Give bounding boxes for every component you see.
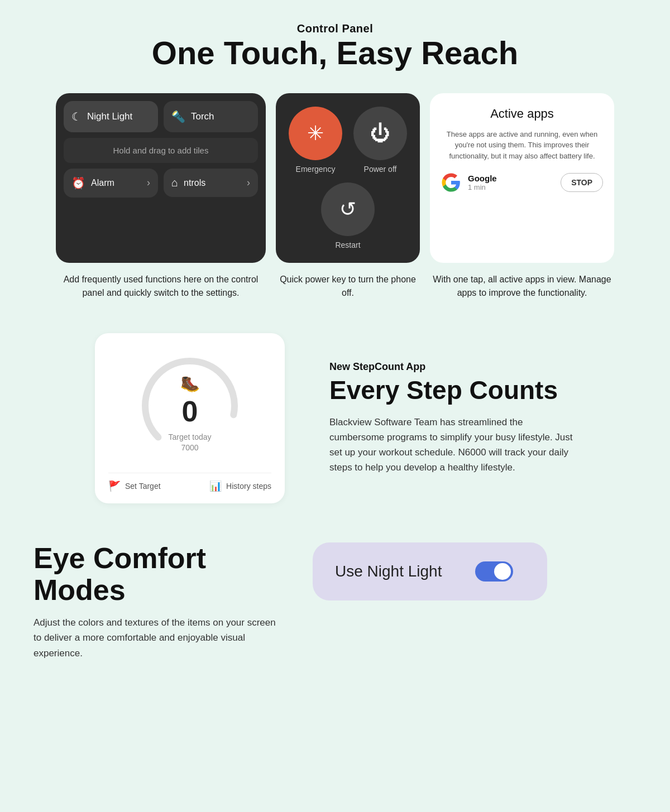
- restart-icon: ↺: [339, 198, 356, 221]
- active-apps-panel: Active apps These apps are active and ru…: [430, 93, 614, 263]
- app-time: 1 min: [468, 183, 554, 191]
- step-shoe-icon: 🥾: [180, 374, 200, 393]
- header-subtitle: Control Panel: [11, 22, 659, 35]
- night-light-label: Night Light: [87, 111, 132, 122]
- emergency-icon: ✳: [307, 122, 324, 145]
- restart-button[interactable]: ↺ Restart: [321, 182, 375, 249]
- add-tiles-label: Hold and drag to add tiles: [113, 146, 209, 155]
- google-icon: [441, 172, 461, 193]
- history-steps-button[interactable]: 📊 History steps: [209, 480, 271, 492]
- home-arrow-icon: ›: [247, 177, 250, 189]
- eye-text: Eye Comfort Modes Adjust the colors and …: [34, 542, 279, 661]
- poweroff-icon: ⏻: [370, 122, 390, 145]
- stepcount-section: 🥾 0 Target today 7000 🚩 Set Target 📊 His…: [0, 316, 670, 520]
- eye-comfort-section: Eye Comfort Modes Adjust the colors and …: [0, 520, 670, 694]
- night-light-card-label: Use Night Light: [335, 563, 442, 580]
- alarm-tile[interactable]: ⏰ Alarm ›: [64, 169, 158, 198]
- power-panel: ✳ Emergency ⏻ Power off ↺ Restart: [276, 93, 420, 263]
- step-arc-container: 🥾 0 Target today 7000: [134, 350, 246, 462]
- torch-label: Torch: [191, 111, 214, 122]
- alarm-icon: ⏰: [71, 176, 85, 190]
- restart-circle[interactable]: ↺: [321, 182, 375, 236]
- caption-active-apps: With one tap, all active apps in view. M…: [430, 273, 614, 300]
- eye-comfort-description: Adjust the colors and textures of the it…: [34, 615, 279, 661]
- home-icon: ⌂: [171, 176, 178, 189]
- stepcount-card: 🥾 0 Target today 7000 🚩 Set Target 📊 His…: [95, 333, 285, 503]
- stepcount-subtitle: New StepCount App: [329, 361, 575, 373]
- toggle-knob: [494, 563, 511, 580]
- poweroff-label: Power off: [364, 165, 397, 174]
- app-row: Google 1 min STOP: [441, 172, 603, 193]
- set-target-label: Set Target: [125, 482, 161, 491]
- stepcount-text: New StepCount App Every Step Counts Blac…: [329, 361, 575, 475]
- history-icon: 📊: [209, 480, 222, 492]
- night-light-tile[interactable]: ☾ Night Light: [64, 101, 158, 132]
- power-top-row: ✳ Emergency ⏻ Power off: [289, 107, 407, 174]
- active-apps-title: Active apps: [441, 107, 603, 121]
- captions-row: Add frequently used functions here on th…: [0, 263, 670, 316]
- stepcount-description: Blackview Software Team has streamlined …: [329, 415, 575, 475]
- night-light-card: Use Night Light: [313, 542, 547, 600]
- home-controls-label: ntrols: [184, 178, 205, 188]
- stepcount-title: Every Step Counts: [329, 376, 575, 405]
- add-tiles-row[interactable]: Hold and drag to add tiles: [64, 138, 258, 163]
- alarm-arrow-icon: ›: [147, 177, 150, 189]
- control-tiles-panel: ☾ Night Light 🔦 Torch Hold and drag to a…: [56, 93, 266, 263]
- header-title: One Touch, Easy Reach: [11, 35, 659, 71]
- caption-control-panel: Add frequently used functions here on th…: [56, 273, 266, 300]
- poweroff-circle[interactable]: ⏻: [353, 107, 407, 160]
- home-controls-tile[interactable]: ⌂ ntrols ›: [164, 169, 258, 197]
- emergency-button[interactable]: ✳ Emergency: [289, 107, 342, 174]
- eye-content: Eye Comfort Modes Adjust the colors and …: [34, 542, 636, 661]
- emergency-circle[interactable]: ✳: [289, 107, 342, 160]
- stop-button[interactable]: STOP: [561, 173, 603, 192]
- moon-icon: ☾: [71, 110, 82, 123]
- active-apps-description: These apps are active and running, even …: [441, 129, 603, 162]
- eye-comfort-title: Eye Comfort Modes: [34, 542, 279, 606]
- app-name: Google: [468, 174, 554, 183]
- history-steps-label: History steps: [226, 482, 271, 491]
- alarm-label: Alarm: [91, 178, 114, 188]
- emergency-label: Emergency: [296, 165, 336, 174]
- app-info: Google 1 min: [468, 174, 554, 191]
- set-target-icon: 🚩: [108, 480, 121, 492]
- restart-label: Restart: [335, 241, 360, 249]
- control-panel-section: ☾ Night Light 🔦 Torch Hold and drag to a…: [0, 82, 670, 263]
- power-bottom-row: ↺ Restart: [321, 182, 375, 249]
- header: Control Panel One Touch, Easy Reach: [0, 0, 670, 82]
- tiles-bottom-row: ⏰ Alarm › ⌂ ntrols ›: [64, 169, 258, 198]
- torch-icon: 🔦: [171, 110, 185, 123]
- set-target-button[interactable]: 🚩 Set Target: [108, 480, 161, 492]
- step-count: 0: [182, 395, 198, 428]
- step-footer: 🚩 Set Target 📊 History steps: [108, 473, 271, 492]
- night-light-toggle[interactable]: [475, 561, 513, 582]
- poweroff-button[interactable]: ⏻ Power off: [353, 107, 407, 174]
- caption-power: Quick power key to turn the phone off.: [276, 273, 420, 300]
- step-target: Target today 7000: [168, 432, 211, 454]
- torch-tile[interactable]: 🔦 Torch: [164, 101, 258, 132]
- tiles-top-row: ☾ Night Light 🔦 Torch: [64, 101, 258, 132]
